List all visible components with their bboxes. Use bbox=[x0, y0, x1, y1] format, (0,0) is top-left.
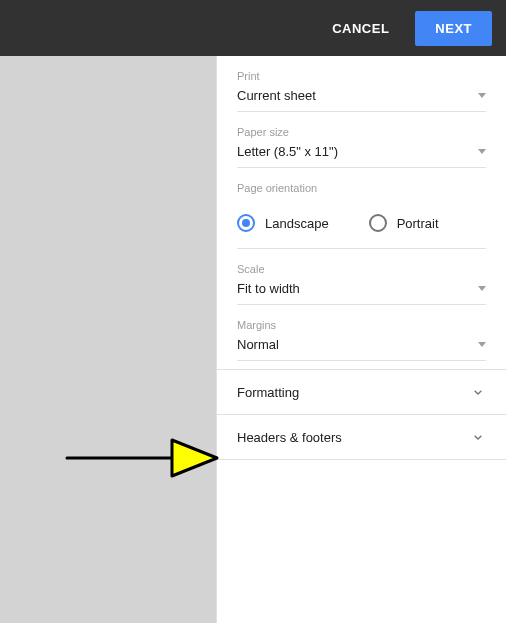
print-label: Print bbox=[237, 70, 486, 82]
paper-size-value: Letter (8.5" x 11") bbox=[237, 144, 338, 159]
portrait-radio[interactable]: Portrait bbox=[369, 214, 439, 232]
scale-value: Fit to width bbox=[237, 281, 300, 296]
chevron-down-icon bbox=[470, 384, 486, 400]
main-area: Print Current sheet Paper size Letter (8… bbox=[0, 56, 506, 623]
orientation-radios: Landscape Portrait bbox=[237, 200, 486, 249]
print-preview bbox=[0, 56, 216, 623]
headers-footers-row[interactable]: Headers & footers bbox=[217, 415, 506, 460]
margins-label: Margins bbox=[237, 319, 486, 331]
print-value: Current sheet bbox=[237, 88, 316, 103]
next-button[interactable]: NEXT bbox=[415, 11, 492, 46]
margins-value: Normal bbox=[237, 337, 279, 352]
formatting-row[interactable]: Formatting bbox=[217, 369, 506, 415]
caret-down-icon bbox=[478, 286, 486, 291]
orientation-label: Page orientation bbox=[237, 182, 486, 194]
print-section: Print Current sheet bbox=[217, 56, 506, 112]
dialog-header: CANCEL NEXT bbox=[0, 0, 506, 56]
caret-down-icon bbox=[478, 342, 486, 347]
paper-size-section: Paper size Letter (8.5" x 11") bbox=[217, 112, 506, 168]
caret-down-icon bbox=[478, 93, 486, 98]
scale-dropdown[interactable]: Fit to width bbox=[237, 281, 486, 305]
caret-down-icon bbox=[478, 149, 486, 154]
orientation-section: Page orientation Landscape Portrait bbox=[217, 168, 506, 249]
portrait-label: Portrait bbox=[397, 216, 439, 231]
landscape-radio[interactable]: Landscape bbox=[237, 214, 329, 232]
formatting-label: Formatting bbox=[237, 385, 299, 400]
settings-panel: Print Current sheet Paper size Letter (8… bbox=[216, 56, 506, 623]
radio-unchecked-icon bbox=[369, 214, 387, 232]
print-dropdown[interactable]: Current sheet bbox=[237, 88, 486, 112]
landscape-label: Landscape bbox=[265, 216, 329, 231]
radio-checked-icon bbox=[237, 214, 255, 232]
headers-footers-label: Headers & footers bbox=[237, 430, 342, 445]
scale-section: Scale Fit to width bbox=[217, 249, 506, 305]
margins-dropdown[interactable]: Normal bbox=[237, 337, 486, 361]
paper-size-label: Paper size bbox=[237, 126, 486, 138]
margins-section: Margins Normal bbox=[217, 305, 506, 361]
scale-label: Scale bbox=[237, 263, 486, 275]
chevron-down-icon bbox=[470, 429, 486, 445]
paper-size-dropdown[interactable]: Letter (8.5" x 11") bbox=[237, 144, 486, 168]
cancel-button[interactable]: CANCEL bbox=[324, 11, 397, 46]
